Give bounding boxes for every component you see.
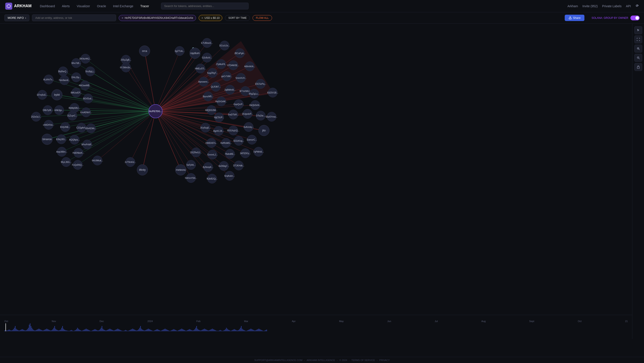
usd-filter-tag[interactable]: × USD ≥ $0.10: [199, 15, 222, 21]
graph-node-Et9q18G[interactable]: Et9q18G...: [56, 134, 66, 144]
graph-node-DHcJ3p[interactable]: DHcJ3p...: [72, 72, 81, 82]
graph-node-3Uy5cg5[interactable]: 3Uy5cg5...: [201, 123, 210, 132]
graph-node-GvvonLJ[interactable]: GvvonLJ...: [208, 150, 217, 159]
graph-node-FxQsR6Q[interactable]: FxQsR6Q...: [73, 160, 82, 170]
graph-node-c4AD4Vw[interactable]: c4AD4Vw...: [44, 120, 54, 130]
timeline-bar-container[interactable]: [4, 323, 628, 331]
graph-node-4WJowWB[interactable]: 4WJowWB...: [80, 80, 90, 90]
flow-all-button[interactable]: FLOW ALL: [252, 15, 272, 21]
entity-search-input[interactable]: [32, 14, 116, 21]
graph-node-D8b7p9f[interactable]: D8b7p9f...: [43, 105, 52, 115]
graph-node-6VrjUNE[interactable]: 6VrjUNE...: [60, 122, 70, 132]
graph-node-9GVDuti[interactable]: 9GVDuti...: [83, 94, 93, 103]
graph-node-7dm9am6[interactable]: 7dm9am6...: [60, 75, 69, 85]
graph-node-5D2zKog[interactable]: 5D2zKog...: [234, 136, 244, 146]
app-logo[interactable]: ARKHAM: [5, 3, 32, 10]
graph-node-64U9Muk[interactable]: 64U9Muk...: [93, 156, 102, 165]
graph-node-95gZgLu[interactable]: 95gZgLu...: [249, 89, 259, 98]
graph-node-5WUnY5N[interactable]: 5WUnY5N...: [186, 173, 196, 183]
graph-node-jito[interactable]: jito: [258, 125, 270, 136]
graph-node-68QDG3W[interactable]: 68QDG3W...: [206, 105, 216, 115]
graph-node-93vKEMc[interactable]: 93vKEMc...: [86, 123, 96, 133]
graph-node-8DGXqUQ[interactable]: 8DGXqUQ...: [228, 126, 238, 135]
graph-node-96yL36G[interactable]: 96yL36G...: [61, 157, 71, 167]
graph-node-D5ZReGJ[interactable]: D5ZReGJ...: [191, 148, 201, 157]
lock-button[interactable]: [634, 63, 642, 71]
zoom-out-button[interactable]: [634, 54, 642, 62]
graph-node-kNk3gx[interactable]: kNk3gx...: [54, 105, 64, 115]
graph-node-8MUurEP[interactable]: 8MUurEP...: [72, 88, 81, 97]
graph-center-node[interactable]: HcPE7DG...: [148, 104, 162, 118]
graph-node-5sFj44t[interactable]: 5sFj44t...: [186, 160, 196, 170]
graph-node-DCrzUJv[interactable]: DCrzUJv...: [220, 41, 229, 50]
graph-node-HMEuSTi[interactable]: HMEuSTi...: [196, 64, 205, 73]
graph-node-3ATE5Fp[interactable]: 3ATE5Fp...: [240, 148, 250, 158]
graph-node-EFmj5cE[interactable]: EFmj5cE...: [38, 90, 47, 100]
graph-node-5hzBgLj[interactable]: 5hzBgLj...: [86, 66, 95, 76]
nav-dashboard[interactable]: Dashboard: [40, 3, 56, 9]
nav-alerts[interactable]: Alerts: [62, 3, 70, 9]
graph-node-81E5V1B[interactable]: 81E5V1B...: [268, 88, 278, 97]
solana-toggle[interactable]: [630, 15, 640, 20]
graph-node-BbMp58U[interactable]: BbMp58U...: [70, 103, 79, 113]
graph-node-DWEK87v[interactable]: DWEK87v...: [206, 138, 216, 148]
graph-node-ALdVoTx[interactable]: ALdVoTx...: [44, 75, 54, 84]
graph-node-9QbB2Qj[interactable]: 9QbB2Qj...: [207, 174, 217, 183]
graph-node-DTJKHdk[interactable]: DTJKHdk...: [234, 161, 244, 170]
graph-node-5minXUV[interactable]: 5minXUV...: [236, 73, 246, 83]
graph-node-EmA5NkY[interactable]: EmA5NkY...: [81, 107, 91, 117]
graph-node-BKNcHK2[interactable]: BKNcHK2...: [80, 54, 90, 63]
nav-api[interactable]: API: [626, 4, 631, 8]
graph-node-8y9onpK[interactable]: 8y9onpK...: [203, 162, 213, 172]
graph-node-Awp3tBm[interactable]: Awp3tBm...: [57, 147, 66, 157]
sort-by-time-button[interactable]: SORT BY TIME: [225, 15, 250, 21]
graph-node-3vAUcky[interactable]: 3vAUcky...: [244, 122, 254, 132]
terms-link[interactable]: TERMS OF SERVICE: [351, 359, 375, 362]
graph-node-2cT9mKd[interactable]: 2cT9mKd...: [126, 157, 135, 167]
nav-invite-link[interactable]: Invite (952): [582, 4, 598, 8]
usd-filter-close[interactable]: ×: [202, 16, 203, 20]
graph-node-HdDNbeK[interactable]: HdDNbeK...: [74, 148, 83, 158]
graph-node-2qBMh48[interactable]: 2qBMh48...: [225, 85, 235, 95]
graph-node-BgrKCJ9[interactable]: BgrKCJ9...: [214, 126, 224, 136]
graph-node-orca[interactable]: orca: [139, 45, 150, 56]
nav-search-input[interactable]: [161, 3, 248, 9]
graph-node-raydium[interactable]: raydium: [190, 48, 200, 59]
graph-node-5vgZRgT[interactable]: 5vgZRgT...: [208, 68, 217, 78]
nav-visualizer[interactable]: Visualizer: [76, 3, 90, 9]
fullscreen-button[interactable]: [634, 35, 642, 43]
graph-node-6cqAukn[interactable]: 6cqAukn...: [225, 171, 234, 181]
nav-private-labels[interactable]: Private Labels: [602, 4, 622, 8]
nav-tracer[interactable]: Tracer: [140, 3, 150, 9]
graph-node-binance[interactable]: binance: [42, 134, 52, 145]
graph-node-GqvQcrP[interactable]: GqvQcrP...: [234, 99, 244, 109]
graph-node-J7pMuF8[interactable]: J7pMuF8...: [216, 59, 226, 69]
more-info-button[interactable]: MORE INFO ›: [4, 14, 29, 21]
graph-node-2S2e3zJ[interactable]: 2S2e3zJ...: [31, 112, 41, 121]
graph-node-Aqnownn[interactable]: Aqnownn...: [199, 77, 208, 86]
graph-node-lifinity[interactable]: lifinity: [137, 164, 148, 175]
graph-node-bybit[interactable]: bybit: [52, 89, 62, 100]
graph-node-E7UBewS[interactable]: E7UBewS...: [202, 38, 212, 48]
graph-node-AQQ8pis[interactable]: AQQ8pis...: [70, 135, 79, 144]
nav-arkham-link[interactable]: Arkham: [567, 4, 578, 8]
nav-settings[interactable]: [635, 4, 639, 8]
graph-node-QLR3ft7[interactable]: QLR3ft7...: [211, 82, 220, 91]
share-button[interactable]: Share: [565, 15, 585, 21]
address-filter-close[interactable]: ×: [122, 16, 123, 20]
graph-node-DTsi2te[interactable]: DTsi2te...: [256, 111, 266, 120]
graph-node-HqGh2eM[interactable]: HqGh2eM...: [216, 96, 226, 106]
graph-node-HjjC5UP[interactable]: HjjC5UP...: [214, 112, 224, 122]
nav-intel-exchange[interactable]: Intel Exchange: [112, 3, 134, 9]
address-filter-tag[interactable]: × HcPE7DGP3iRzBv9BJ4fYA5D5rLK84CHaRTn3dw…: [119, 15, 196, 21]
graph-node-E5C5zPq[interactable]: E5C5zPq...: [256, 79, 266, 89]
graph-node-EsenzrNC[interactable]: EsenzrC...: [247, 135, 257, 144]
graph-node-67DAW3E[interactable]: 67DAW3E...: [228, 60, 238, 70]
graph-node-G2c8uVi[interactable]: G2c8uVi...: [202, 53, 212, 62]
graph-node-C2QgArf[interactable]: C2QgArf...: [77, 123, 86, 132]
graph-node-goCr7dW[interactable]: goCr7dW...: [222, 71, 232, 81]
graph-node-JBCaPgA[interactable]: JBCaPgA...: [235, 48, 245, 58]
graph-node-BkjRieQ[interactable]: BkjRieQ...: [58, 66, 68, 76]
graph-node-3raDTbR[interactable]: 3raDTbR...: [228, 110, 238, 119]
graph-node-Ebz5Ymw[interactable]: Ebz5Ymw...: [267, 112, 276, 121]
